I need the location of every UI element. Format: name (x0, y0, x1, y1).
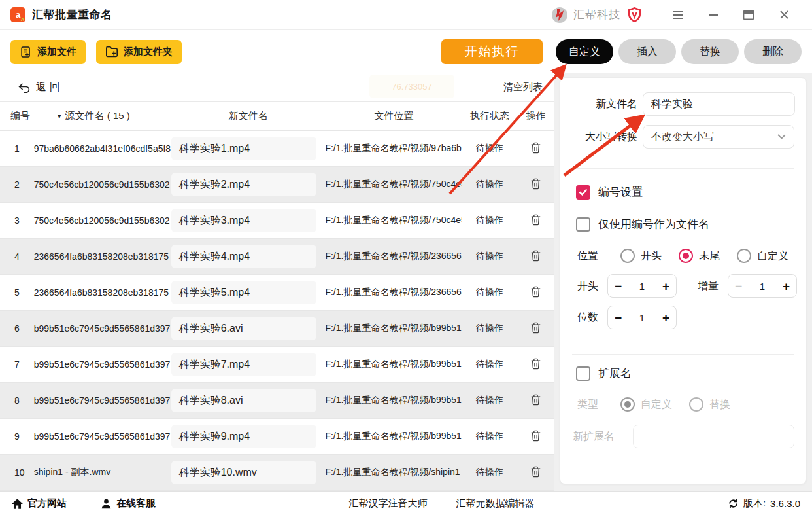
table-row: 9 b99b51e6c7945c9d5565861d397 科学实验9.mp4 … (0, 419, 554, 455)
ext-type-radio-group: 类型 自定义替换 (577, 397, 800, 412)
source-file-name: 2366564fa6b83158208eb318175 (34, 251, 171, 262)
radio-icon (737, 249, 751, 263)
execute-status: 待操作 (462, 467, 516, 478)
header-source[interactable]: ▼源文件名 ( 15 ) (34, 110, 171, 122)
sort-desc-icon: ▼ (56, 113, 63, 120)
divider (572, 354, 794, 355)
version-label: 版本: (743, 497, 766, 510)
extension-checkbox[interactable]: 扩展名 (576, 366, 632, 381)
header-status: 执行状态 (462, 110, 516, 122)
radio-label: 开头 (641, 249, 662, 263)
new-name-cell[interactable]: 科学实验8.avi (171, 389, 316, 412)
new-ext-input[interactable] (633, 425, 794, 448)
header-new-name: 新文件名 (171, 110, 326, 122)
execute-status: 待操作 (462, 179, 516, 190)
file-path: F:/1.批量重命名教程/视频/2366564 (325, 251, 462, 262)
radio-label: 末尾 (699, 249, 720, 263)
numbering-checkbox[interactable]: 编号设置 (576, 185, 643, 200)
brand-name: 汇帮科技 (573, 7, 620, 22)
trash-icon[interactable] (530, 430, 541, 442)
trash-icon[interactable] (530, 286, 541, 298)
brand-logo-icon (551, 7, 568, 24)
position-option-1[interactable]: 末尾 (679, 249, 720, 263)
minus-button[interactable]: − (615, 280, 622, 293)
position-option-2[interactable]: 自定义 (737, 249, 788, 263)
new-name-cell[interactable]: 科学实验5.mp4 (171, 281, 316, 304)
rename-mode-tab-1[interactable]: 插入 (618, 39, 676, 64)
plus-button[interactable]: + (662, 311, 669, 324)
refresh-icon[interactable] (728, 498, 739, 509)
row-number: 2 (10, 179, 34, 190)
title-bar: aA 汇帮批量重命名 汇帮科技 (0, 0, 812, 30)
start-execute-button[interactable]: 开始执行 (441, 39, 543, 64)
execute-status: 待操作 (462, 395, 516, 406)
new-name-cell[interactable]: 科学实验3.mp4 (171, 209, 316, 232)
minus-button[interactable]: − (615, 311, 622, 324)
trash-icon[interactable] (530, 466, 541, 478)
maximize-icon[interactable] (731, 3, 766, 27)
new-name-cell[interactable]: 科学实验6.avi (171, 317, 316, 340)
ext-type-option-1[interactable]: 替换 (689, 397, 730, 412)
table-header: 编号 ▼源文件名 ( 15 ) 新文件名 文件位置 执行状态 操作 (0, 102, 554, 131)
rename-mode-tab-3[interactable]: 删除 (744, 39, 802, 64)
plus-button[interactable]: + (783, 280, 790, 293)
row-number: 1 (10, 143, 34, 154)
trash-icon[interactable] (530, 394, 541, 406)
row-number: 6 (10, 323, 34, 334)
official-site-link[interactable]: 官方网站 (12, 497, 67, 510)
case-convert-select[interactable]: 不改变大小写 (643, 125, 794, 149)
add-folder-button[interactable]: 添加文件夹 (96, 40, 182, 64)
trash-icon[interactable] (530, 358, 541, 370)
new-name-cell[interactable]: 科学实验9.mp4 (171, 425, 316, 448)
new-name-label: 新文件名 (564, 98, 637, 111)
file-path: F:/1.批量重命名教程/视频/b99b51e (325, 431, 462, 442)
radio-label: 自定义 (757, 249, 788, 263)
file-list-section: 返 回 76.733057 清空列表 编号 ▼源文件名 ( 15 ) 新文件名 … (0, 73, 554, 491)
online-service-link[interactable]: 在线客服 (101, 497, 156, 510)
rename-mode-tab-2[interactable]: 替换 (681, 39, 739, 64)
minimize-icon[interactable] (696, 3, 731, 27)
new-name-cell[interactable]: 科学实验2.mp4 (171, 173, 316, 196)
table-row: 2 750c4e56cb120056c9d155b6302 科学实验2.mp4 … (0, 167, 554, 203)
row-number: 7 (10, 359, 34, 370)
start-number-value: 1 (639, 281, 645, 292)
toolbar: 添加文件 添加文件夹 开始执行 自定义插入替换删除 (0, 30, 812, 73)
rename-mode-tab-0[interactable]: 自定义 (556, 39, 613, 64)
only-number-checkbox[interactable]: 仅使用编号作为文件名 (576, 217, 709, 232)
trash-icon[interactable] (530, 178, 541, 190)
ext-type-option-0[interactable]: 自定义 (620, 397, 672, 412)
new-name-cell[interactable]: 科学实验1.mp4 (171, 137, 316, 160)
pinyin-tool-link[interactable]: 汇帮汉字注音大师 (348, 497, 427, 510)
execute-status: 待操作 (462, 215, 516, 226)
trash-icon[interactable] (530, 142, 541, 154)
new-name-cell[interactable]: 科学实验7.mp4 (171, 353, 316, 376)
new-name-cell[interactable]: 科学实验10.wmv (171, 461, 316, 484)
plus-button[interactable]: + (662, 280, 669, 293)
new-name-input[interactable] (643, 92, 795, 116)
trash-icon[interactable] (530, 250, 541, 262)
close-icon[interactable] (766, 3, 802, 27)
menu-icon[interactable] (660, 3, 696, 27)
source-file-name: b99b51e6c7945c9d5565861d397 (34, 323, 171, 334)
source-file-name: b99b51e6c7945c9d5565861d397 (34, 431, 171, 442)
increment-stepper: − 1 + (728, 274, 797, 298)
minus-button[interactable]: − (735, 280, 742, 293)
execute-status: 待操作 (462, 143, 516, 154)
ext-type-label: 类型 (577, 398, 603, 412)
radio-icon (689, 397, 703, 412)
clear-list-button[interactable]: 清空列表 (503, 81, 543, 94)
new-name-cell[interactable]: 科学实验4.mp4 (171, 245, 316, 268)
table-row: 8 b99b51e6c7945c9d5565861d397 科学实验8.avi … (0, 383, 554, 419)
radio-label: 替换 (709, 398, 730, 412)
add-file-button[interactable]: 添加文件 (10, 40, 86, 64)
increment-value: 1 (760, 281, 765, 292)
position-option-0[interactable]: 开头 (620, 249, 662, 263)
metadata-tool-link[interactable]: 汇帮元数据编辑器 (456, 497, 534, 510)
trash-icon[interactable] (530, 214, 541, 226)
execute-status: 待操作 (462, 323, 516, 334)
trash-icon[interactable] (530, 322, 541, 334)
radio-label: 自定义 (641, 398, 672, 412)
row-number: 3 (10, 215, 34, 226)
back-button[interactable]: 返 回 (18, 80, 59, 94)
case-convert-label: 大小写转换 (564, 130, 637, 144)
